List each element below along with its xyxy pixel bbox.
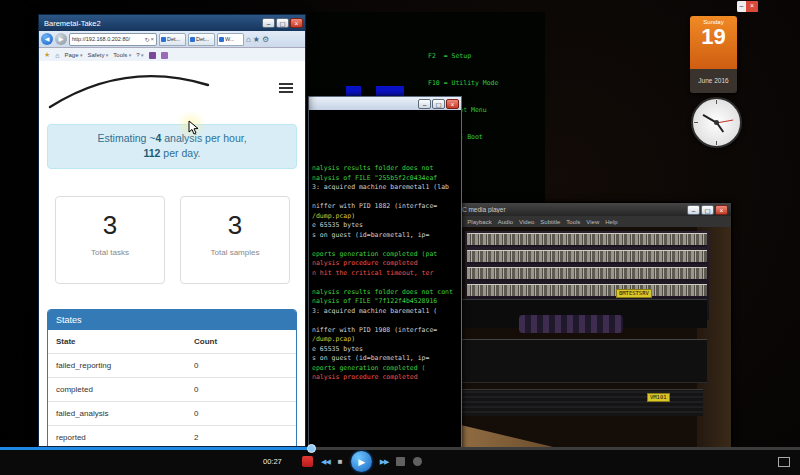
home-menu-icon[interactable]: ⌂ xyxy=(55,52,59,59)
browser-maximize-button[interactable]: ▢ xyxy=(276,18,289,28)
seek-progress xyxy=(0,447,312,450)
calendar-gadget[interactable]: Sunday 19 June 2016 xyxy=(690,16,737,93)
total-tasks-label: Total tasks xyxy=(56,248,164,257)
clock-tick xyxy=(716,141,717,145)
forward-button[interactable]: ▶ xyxy=(55,33,67,45)
calendar-day: 19 xyxy=(690,25,737,49)
next-button[interactable]: ▶▶ xyxy=(380,458,389,466)
refresh-icon[interactable]: ↻ xyxy=(144,36,149,43)
back-button[interactable]: ◀ xyxy=(41,33,53,45)
estimate-alert: Estimating ~4 analysis per hour, 112 per… xyxy=(47,124,297,169)
terminal-minimize-button[interactable]: – xyxy=(418,99,431,109)
alert-text: per day. xyxy=(160,147,200,159)
fullscreen-icon[interactable] xyxy=(778,457,790,467)
terminal-line: nalysis of FILE "7f122f4b4528916 xyxy=(312,297,461,307)
states-table-header: State Count xyxy=(48,330,296,353)
server-label: VM101 xyxy=(647,393,670,402)
vlc-menu-subtitle[interactable]: Subtitle xyxy=(540,219,560,225)
seek-bar[interactable] xyxy=(0,447,800,450)
recording-minimize-button[interactable]: – xyxy=(737,1,746,12)
terminal-output[interactable]: nalysis results folder does not nalysis … xyxy=(309,110,461,447)
clock-gadget[interactable] xyxy=(691,97,742,148)
total-tasks-card: 3 Total tasks xyxy=(55,196,165,284)
home-icon[interactable]: ⌂ xyxy=(246,35,251,44)
alert-value-daily: 112 xyxy=(143,147,160,159)
recording-close-button[interactable]: × xyxy=(746,1,758,12)
vlc-video-area[interactable]: BMTESTSRV VM101 xyxy=(441,227,731,447)
browser-tab-2[interactable]: Det... xyxy=(188,33,215,46)
vlc-window: ▲ VLC media player – ▢ × Media Playback … xyxy=(440,202,732,447)
onenote-linked-icon[interactable] xyxy=(161,52,168,59)
stop-icon[interactable]: × xyxy=(150,36,154,42)
terminal-line: nalysis results folder does not xyxy=(312,164,461,174)
favorites-star-icon[interactable]: ★ xyxy=(253,35,260,44)
favorites-icon[interactable]: ★ xyxy=(44,51,50,59)
vlc-menu-view[interactable]: View xyxy=(586,219,599,225)
address-url: http://192.168.0.202:80/ xyxy=(72,36,143,42)
vlc-menu-audio[interactable]: Audio xyxy=(498,219,513,225)
tab-favicon xyxy=(161,37,166,42)
playback-controls: ◀◀ ■ ▶ ▶▶ xyxy=(302,451,422,472)
rack-server xyxy=(467,284,707,298)
menu-hamburger-icon[interactable] xyxy=(279,83,293,95)
state-count: 0 xyxy=(194,361,288,370)
tab-favicon xyxy=(219,37,224,42)
browser-close-button[interactable]: × xyxy=(290,18,303,28)
browser-window: Baremetal-Take2 – ▢ × ◀ ▶ http://192.168… xyxy=(38,14,306,447)
calendar-monthyear: June 2016 xyxy=(690,69,737,93)
vlc-close-button[interactable]: × xyxy=(715,205,728,215)
onenote-icon[interactable] xyxy=(149,52,156,59)
rack-server xyxy=(467,267,707,281)
alert-text: analysis per hour, xyxy=(161,132,246,144)
table-row: failed_reporting 0 xyxy=(48,353,296,377)
tab-label: W... xyxy=(225,36,234,42)
help-menu[interactable]: ? xyxy=(136,52,143,58)
terminal-line: s on guest (id=baremetal1, ip= xyxy=(312,231,461,241)
terminal-window: – ▢ × nalysis results folder does not na… xyxy=(308,96,462,447)
terminal-line: 3: acquired machine baremetal1 (lab xyxy=(312,183,461,193)
terminal-line: nalysis procedure completed xyxy=(312,259,461,269)
terminal-line xyxy=(312,193,461,203)
stop-button[interactable]: ■ xyxy=(338,457,343,466)
state-name: completed xyxy=(56,385,194,394)
terminal-line: 3: acquired machine baremetal1 ( xyxy=(312,307,461,317)
terminal-maximize-button[interactable]: ▢ xyxy=(432,99,445,109)
browser-tab-1[interactable]: Det... xyxy=(159,33,186,46)
terminal-line xyxy=(312,240,461,250)
playlist-icon[interactable] xyxy=(396,457,405,466)
browser-minimize-button[interactable]: – xyxy=(262,18,275,28)
gear-icon[interactable]: ⚙ xyxy=(262,35,269,44)
vlc-menu-tools[interactable]: Tools xyxy=(566,219,580,225)
terminal-line: nalysis procedure completed xyxy=(312,373,461,383)
terminal-line: eports generation completed (pat xyxy=(312,250,461,260)
terminal-line: /dump.pcap) xyxy=(312,335,461,345)
server-label: BMTESTSRV xyxy=(616,289,652,298)
bios-line: F10 = Utility Mode xyxy=(428,79,498,88)
vlc-titlebar[interactable]: ▲ VLC media player – ▢ × xyxy=(441,203,731,216)
play-button[interactable]: ▶ xyxy=(351,451,372,472)
column-state: State xyxy=(56,337,194,346)
record-icon[interactable] xyxy=(302,456,313,467)
table-row: completed 0 xyxy=(48,377,296,401)
vlc-menu-help[interactable]: Help xyxy=(605,219,617,225)
address-bar[interactable]: http://192.168.0.202:80/ ↻ × xyxy=(69,33,157,46)
terminal-titlebar[interactable]: – ▢ × xyxy=(309,97,461,110)
page-menu[interactable]: Page xyxy=(65,52,83,58)
volume-icon[interactable] xyxy=(413,457,422,466)
bios-line: F2 = Setup xyxy=(428,52,498,61)
total-samples-card: 3 Total samples xyxy=(180,196,290,284)
previous-button[interactable]: ◀◀ xyxy=(321,458,330,466)
terminal-close-button[interactable]: × xyxy=(446,99,459,109)
vlc-maximize-button[interactable]: ▢ xyxy=(701,205,714,215)
vlc-menu-video[interactable]: Video xyxy=(519,219,534,225)
safety-menu[interactable]: Safety xyxy=(87,52,108,58)
terminal-line: e 65535 bytes xyxy=(312,221,461,231)
browser-titlebar[interactable]: Baremetal-Take2 – ▢ × xyxy=(39,15,305,31)
browser-tab-3[interactable]: W... xyxy=(217,33,244,46)
playback-time: 00:27 xyxy=(263,457,282,466)
vlc-minimize-button[interactable]: – xyxy=(687,205,700,215)
vlc-menu-playback[interactable]: Playback xyxy=(467,219,491,225)
terminal-line: e 65535 bytes xyxy=(312,345,461,355)
tools-menu[interactable]: Tools xyxy=(113,52,131,58)
tab-favicon xyxy=(190,37,195,42)
